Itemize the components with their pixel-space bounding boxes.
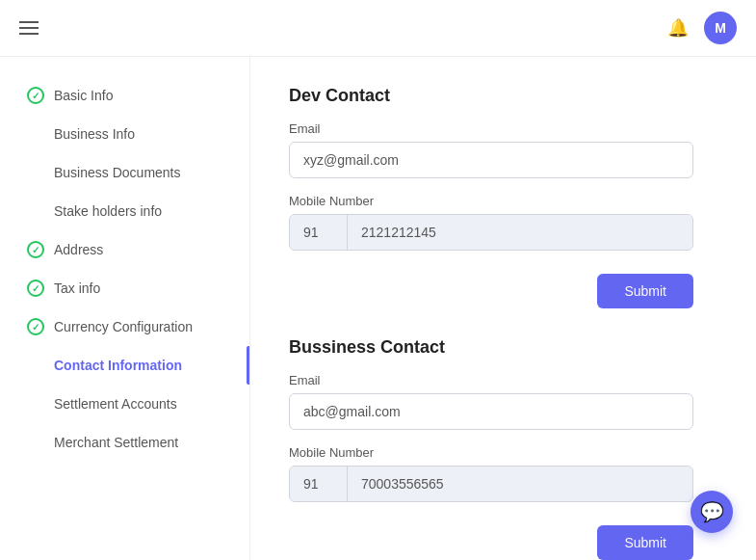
no-icon — [27, 434, 44, 451]
business-email-group: Email — [289, 373, 717, 430]
business-mobile-label: Mobile Number — [289, 445, 717, 460]
business-submit-row: Submit — [289, 518, 693, 560]
business-email-input[interactable] — [289, 393, 693, 430]
sidebar-item-business-documents[interactable]: Business Documents — [0, 153, 249, 192]
dev-mobile-number-input[interactable] — [348, 215, 692, 250]
check-icon — [27, 87, 44, 104]
business-submit-button[interactable]: Submit — [597, 525, 693, 560]
sidebar-item-currency-configuration[interactable]: Currency Configuration — [0, 307, 249, 346]
sidebar-item-settlement-accounts[interactable]: Settlement Accounts — [0, 385, 249, 423]
sidebar: Basic Info Business Info Business Docume… — [0, 57, 250, 560]
sidebar-item-label: Contact Information — [54, 358, 182, 373]
no-icon — [27, 395, 44, 413]
no-icon — [27, 164, 44, 181]
top-bar-left — [19, 21, 39, 35]
sidebar-item-basic-info[interactable]: Basic Info — [0, 76, 249, 115]
sidebar-item-address[interactable]: Address — [0, 230, 249, 269]
business-email-label: Email — [289, 373, 717, 387]
sidebar-item-label: Settlement Accounts — [54, 396, 177, 412]
dev-submit-button[interactable]: Submit — [597, 274, 693, 308]
business-mobile-input-group: 91 — [289, 466, 693, 502]
sidebar-item-label: Merchant Settlement — [54, 435, 178, 450]
sidebar-item-contact-information[interactable]: Contact Information — [0, 346, 249, 385]
dev-contact-title: Dev Contact — [289, 86, 717, 106]
hamburger-menu[interactable] — [19, 21, 39, 35]
sidebar-item-label: Address — [54, 242, 103, 257]
dev-submit-row: Submit — [289, 266, 693, 308]
dev-email-input[interactable] — [289, 142, 693, 178]
sidebar-item-label: Stake holders info — [54, 203, 162, 219]
check-icon — [27, 280, 44, 297]
top-bar: 🔔 M — [0, 0, 756, 57]
sidebar-item-stakeholders-info[interactable]: Stake holders info — [0, 192, 249, 230]
dev-mobile-input-group: 91 — [289, 214, 693, 251]
dev-mobile-code: 91 — [290, 215, 348, 250]
top-bar-right: 🔔 M — [667, 12, 737, 44]
no-icon — [27, 125, 44, 143]
check-icon — [27, 241, 44, 258]
no-icon — [27, 202, 44, 220]
business-contact-title: Bussiness Contact — [289, 337, 717, 358]
check-icon — [27, 318, 44, 335]
sidebar-item-merchant-settlement[interactable]: Merchant Settlement — [0, 423, 249, 462]
avatar[interactable]: M — [704, 12, 737, 44]
main-layout: Basic Info Business Info Business Docume… — [0, 57, 756, 560]
sidebar-item-tax-info[interactable]: Tax info — [0, 269, 249, 307]
dev-email-group: Email — [289, 121, 717, 178]
no-icon — [27, 357, 44, 374]
sidebar-item-label: Business Info — [54, 126, 135, 142]
business-mobile-group: Mobile Number 91 — [289, 445, 717, 502]
dev-contact-section: Dev Contact Email Mobile Number 91 Submi… — [289, 86, 717, 308]
content-area: Dev Contact Email Mobile Number 91 Submi… — [250, 57, 756, 560]
business-contact-section: Bussiness Contact Email Mobile Number 91… — [289, 337, 717, 560]
sidebar-item-label: Tax info — [54, 280, 100, 296]
dev-mobile-group: Mobile Number 91 — [289, 194, 717, 251]
sidebar-item-label: Basic Info — [54, 88, 113, 103]
sidebar-item-label: Business Documents — [54, 165, 181, 180]
notification-bell-icon[interactable]: 🔔 — [667, 17, 689, 39]
business-mobile-number-input[interactable] — [348, 467, 692, 501]
dev-mobile-label: Mobile Number — [289, 194, 717, 208]
dev-email-label: Email — [289, 121, 717, 136]
sidebar-item-business-info[interactable]: Business Info — [0, 115, 249, 153]
chat-fab-button[interactable]: 💬 — [691, 491, 733, 533]
chat-fab-icon: 💬 — [700, 500, 724, 523]
business-mobile-code: 91 — [290, 467, 348, 501]
sidebar-item-label: Currency Configuration — [54, 319, 193, 334]
